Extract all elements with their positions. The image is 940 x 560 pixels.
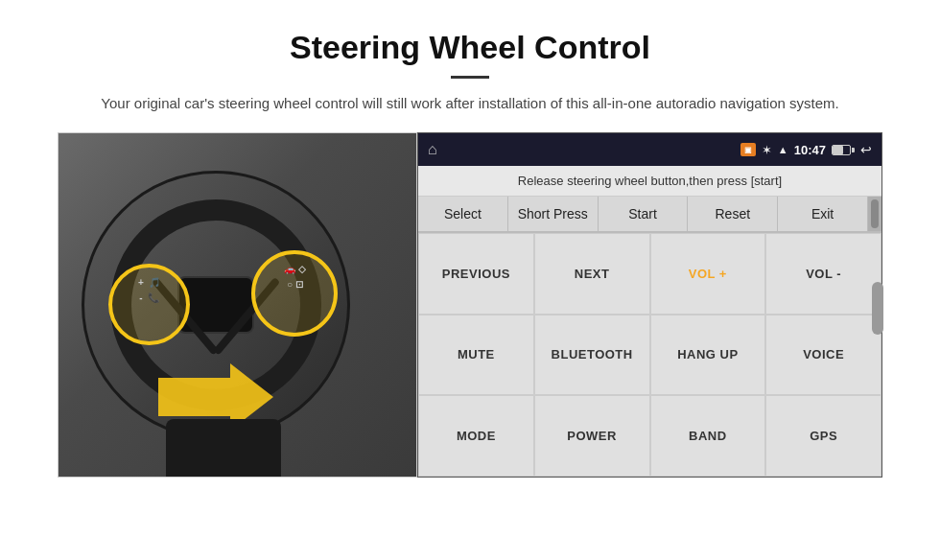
grid-cell-hang-up[interactable]: HANG UP [650,315,766,396]
exit-button[interactable]: Exit [778,197,868,231]
page-title: Steering Wheel Control [58,29,882,66]
wifi-icon: ▲ [778,144,788,155]
grid-cell-band[interactable]: BAND [650,395,766,477]
content-row: + 🎵- 📞 🚗 ◇○ ⊡ [58,132,882,478]
highlight-right: 🚗 ◇○ ⊡ [251,250,338,337]
home-icon[interactable]: ⌂ [428,141,437,158]
function-grid: PREVIOUS NEXT VOL + VOL - MUTE BLUETOOTH… [418,232,881,477]
grid-cell-next[interactable]: NEXT [534,233,650,315]
grid-cell-voice[interactable]: VOICE [765,315,881,396]
title-section: Steering Wheel Control Your original car… [58,29,882,115]
status-time: 10:47 [794,143,826,157]
page-wrapper: Steering Wheel Control Your original car… [0,0,940,497]
scroll-handle-buttons[interactable] [868,197,881,231]
highlight-left: + 🎵- 📞 [108,264,190,345]
grid-cell-vol-plus[interactable]: VOL + [650,233,766,315]
grid-cell-bluetooth[interactable]: BLUETOOTH [534,315,650,396]
control-buttons-row: Select Short Press Start Reset Exit [418,197,881,232]
head-unit: ⌂ ▣ ✶ ▲ 10:47 [417,132,882,478]
scroll-handle-grid[interactable] [872,282,883,335]
instruction-bar: Release steering wheel button,then press… [418,166,881,197]
sw-column [166,419,281,477]
instruction-text: Release steering wheel button,then press… [518,174,782,188]
page-subtitle: Your original car's steering wheel contr… [58,92,882,115]
steering-wheel-image: + 🎵- 📞 🚗 ◇○ ⊡ [58,132,417,478]
grid-cell-power[interactable]: POWER [534,395,650,477]
title-divider [451,76,489,79]
start-button[interactable]: Start [599,197,689,231]
short-press-button[interactable]: Short Press [508,197,599,231]
sw-background: + 🎵- 📞 🚗 ◇○ ⊡ [59,133,416,477]
select-button[interactable]: Select [418,197,508,231]
grid-cell-gps[interactable]: GPS [765,395,881,477]
grid-cell-previous[interactable]: PREVIOUS [418,233,534,315]
status-bar: ⌂ ▣ ✶ ▲ 10:47 [418,133,881,166]
orange-app-icon: ▣ [740,143,756,156]
grid-cell-vol-minus[interactable]: VOL - [765,233,881,315]
status-right: ▣ ✶ ▲ 10:47 ↩ [740,142,872,157]
battery-indicator [832,145,855,155]
reset-button[interactable]: Reset [688,197,778,231]
grid-cell-mode[interactable]: MODE [418,395,534,477]
bluetooth-icon: ✶ [762,143,772,157]
back-icon[interactable]: ↩ [860,142,872,157]
grid-cell-mute[interactable]: MUTE [418,315,534,396]
